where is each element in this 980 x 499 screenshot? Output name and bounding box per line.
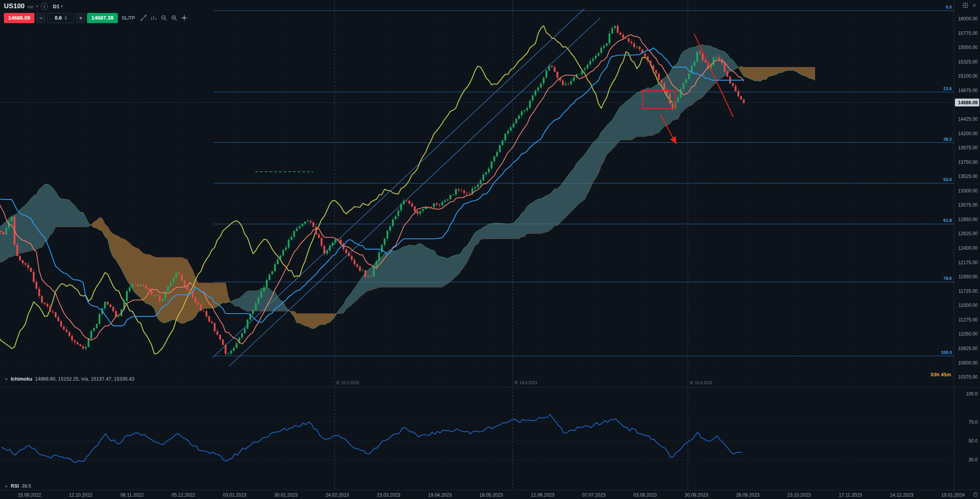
time-tick-label: 19.04.2023 (428, 492, 452, 498)
time-tick-label: 23.10.2023 (787, 492, 811, 498)
quantity-input[interactable]: 0.6 (47, 13, 74, 23)
main-pane[interactable]: 0.023.638.250.061.878.6100.0 (0, 5, 954, 366)
current-price-badge-text: 14686.09 (958, 100, 978, 105)
price-tick-label: 14875.00 (958, 88, 978, 93)
price-tick-label: 11725.00 (958, 289, 978, 294)
symbol-name[interactable]: US100 (4, 2, 25, 10)
indicator-name[interactable]: RSI (11, 483, 19, 489)
indicator-value: 38.5 (22, 483, 31, 489)
remove-indicator-icon[interactable]: ✕ (5, 377, 8, 381)
price-tick-label: 10375.00 (958, 374, 978, 380)
sell-button[interactable]: 14686.09 (4, 13, 34, 23)
rsi-tick-label: 50.0 (969, 438, 978, 444)
layout-grid-icon[interactable] (963, 3, 968, 8)
rollover-label: R: 13.9.2023 (690, 381, 712, 385)
price-tick-label: 13975.00 (958, 145, 978, 151)
price-tick-label: 11050.00 (958, 331, 978, 337)
price-tick-label: 13525.00 (958, 174, 978, 179)
price-tick-label: 12175.00 (958, 260, 978, 265)
trendlines[interactable] (213, 9, 600, 366)
time-tick-label: 10.01.2024 (941, 492, 965, 498)
price-tick-label: 13075.00 (958, 202, 978, 208)
price-tick-label: 15775.00 (958, 31, 978, 36)
trade-panel: 14686.09 − 0.6 + 14687.39 SL/TP (4, 13, 188, 23)
fib-level-label: 0.0 (946, 5, 952, 9)
price-tick-label: 10825.00 (958, 346, 978, 351)
price-tick-label: 15550.00 (958, 45, 978, 50)
rsi-tick-label: 70.0 (969, 419, 978, 425)
sltp-button[interactable]: SL/TP (122, 15, 135, 21)
window-controls (963, 3, 977, 8)
time-tick-label: 17.11.2023 (839, 492, 862, 498)
ichimoku-cloud (0, 45, 815, 329)
trading-platform: 0.023.638.250.061.878.6100.0R: 15.3.2023… (0, 0, 980, 499)
price-tick-label: 15100.00 (958, 73, 978, 79)
quantity-value: 0.6 (55, 15, 62, 21)
zoom-out-icon[interactable] (161, 15, 168, 22)
price-tick-label: 10600.00 (958, 360, 978, 366)
crosshair-icon[interactable] (181, 15, 188, 22)
zoom-in-icon[interactable] (171, 15, 178, 22)
chart-canvas[interactable]: 0.023.638.250.061.878.6100.0R: 15.3.2023… (0, 0, 980, 499)
price-tick-label: 11950.00 (958, 274, 978, 279)
time-tick-label: 03.01.2023 (223, 492, 246, 498)
buy-button[interactable]: 14687.39 (87, 13, 118, 23)
time-tick-label: 30.01.2023 (274, 492, 298, 498)
time-tick-label: 26.09.2023 (736, 492, 759, 498)
indicator-values: 14866.60, 15152.25, n/a, 15137.47, 15335… (35, 376, 134, 382)
fib-level-label: 50.0 (944, 177, 952, 182)
price-tick-label: 13750.00 (958, 160, 978, 165)
timeframe-caret-icon: ▾ (61, 4, 63, 8)
time-tick-label: 08.11.2022 (120, 492, 143, 498)
time-tick-label: 23.03.2023 (377, 492, 400, 498)
price-tick-label: 14425.00 (958, 116, 978, 122)
price-tick-label: 16000.00 (958, 16, 978, 22)
symbol-type-badge: IND (27, 5, 34, 9)
close-icon[interactable] (972, 3, 977, 8)
timeframe-selector[interactable]: D1 ▾ (53, 4, 63, 9)
rsi-pane[interactable] (0, 414, 954, 463)
indicator-name[interactable]: Ichimoku (11, 376, 32, 382)
candles (0, 24, 745, 356)
trendline-tool-icon[interactable] (140, 15, 147, 22)
timeframe-label: D1 (53, 4, 60, 9)
tenkan-line (0, 35, 744, 344)
rsi-tick-label: 30.0 (969, 457, 978, 463)
price-tick-label: 13300.00 (958, 188, 978, 194)
info-icon[interactable]: i (41, 3, 48, 10)
rollover-label: R: 15.3.2023 (336, 381, 359, 385)
symbol-row: US100 IND ▾ i D1 ▾ (4, 2, 188, 11)
time-tick-label: 07.07.2023 (582, 492, 606, 498)
rsi-tick-label: 100.0 (966, 391, 978, 397)
bar-countdown: 03h 45m (931, 372, 951, 377)
quantity-decrease-button[interactable]: − (36, 13, 45, 23)
time-tick-label: 24.02.2023 (325, 492, 349, 498)
ichimoku-legend: ✕ Ichimoku 14866.60, 15152.25, n/a, 1513… (5, 376, 134, 382)
fib-level-label: 100.0 (941, 350, 952, 355)
rollover-label: R: 14.6.2023 (515, 381, 537, 385)
price-tick-label: 14200.00 (958, 131, 978, 136)
time-tick-label: 12.06.2023 (531, 492, 554, 498)
rsi-line (2, 414, 742, 463)
price-tick-label: 11275.00 (958, 317, 978, 323)
quantity-stepper-icon[interactable] (65, 16, 67, 20)
quantity-increase-button[interactable]: + (76, 13, 85, 23)
price-tick-label: 15325.00 (958, 59, 978, 65)
chart-header: US100 IND ▾ i D1 ▾ 14686.09 − 0.6 + 1468… (4, 2, 188, 23)
price-tick-label: 12850.00 (958, 217, 978, 222)
time-tick-label: 12.10.2022 (69, 492, 92, 498)
symbol-dropdown-caret[interactable]: ▾ (36, 4, 38, 8)
time-tick-label: 30.08.2023 (685, 492, 708, 498)
remove-indicator-icon[interactable]: ✕ (5, 484, 8, 488)
fib-level-label: 38.2 (944, 137, 952, 142)
indicators-icon[interactable] (150, 15, 157, 22)
fib-level-label: 61.8 (944, 218, 952, 223)
price-tick-label: 12400.00 (958, 245, 978, 251)
clock-icon[interactable] (973, 492, 978, 497)
time-tick-label: 16.05.2023 (479, 492, 503, 498)
fib-level-label: 78.6 (944, 276, 952, 281)
fib-level-label: 23.6 (944, 86, 952, 91)
time-tick-label: 14.12.2023 (890, 492, 913, 498)
time-tick-label: 03.08.2023 (633, 492, 657, 498)
time-tick-label: 15.09.2022 (18, 492, 41, 498)
